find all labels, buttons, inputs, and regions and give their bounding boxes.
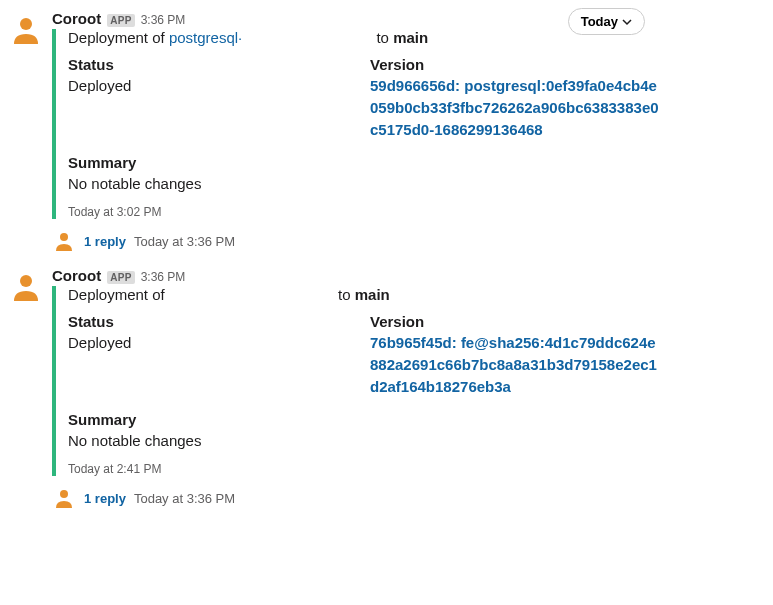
- reply-count-link[interactable]: 1 reply: [84, 491, 126, 506]
- summary-value: No notable changes: [68, 430, 652, 452]
- status-value: Deployed: [68, 75, 358, 97]
- reply-count-link[interactable]: 1 reply: [84, 234, 126, 249]
- status-label: Status: [68, 56, 358, 73]
- summary-label: Summary: [68, 411, 652, 428]
- version-field: Version 76b965f45d: fe@sha256:4d1c79ddc6…: [370, 313, 660, 397]
- app-badge: APP: [107, 271, 134, 284]
- svg-point-1: [20, 18, 32, 30]
- chevron-down-icon: [622, 17, 632, 27]
- attachment-footer-timestamp: Today at 3:02 PM: [68, 205, 652, 219]
- status-value: Deployed: [68, 332, 358, 354]
- avatar: [8, 12, 44, 48]
- title-prefix: Deployment of: [68, 286, 169, 303]
- today-button-label: Today: [581, 14, 618, 29]
- version-label: Version: [370, 56, 660, 73]
- today-jump-button[interactable]: Today: [568, 8, 645, 35]
- version-label: Version: [370, 313, 660, 330]
- summary-value: No notable changes: [68, 173, 652, 195]
- status-field: Status Deployed: [68, 313, 358, 397]
- thread-summary[interactable]: 1 reply Today at 3:36 PM: [52, 225, 757, 263]
- target-branch: main: [355, 286, 390, 303]
- title-prefix: Deployment of: [68, 29, 169, 46]
- avatar: [8, 269, 44, 305]
- status-label: Status: [68, 313, 358, 330]
- sender-name[interactable]: Coroot: [52, 267, 101, 284]
- attachment-footer-timestamp: Today at 2:41 PM: [68, 462, 652, 476]
- message: Coroot APP 3:36 PM Deployment of to main…: [0, 263, 773, 520]
- title-mid: to: [334, 286, 355, 303]
- reply-avatar: [52, 229, 76, 253]
- summary-field: Summary No notable changes: [68, 154, 652, 195]
- version-link[interactable]: 76b965f45d: fe@sha256:4d1c79ddc624e882a2…: [370, 332, 660, 397]
- message-header: Coroot APP 3:36 PM: [52, 10, 757, 27]
- summary-field: Summary No notable changes: [68, 411, 652, 452]
- attachment-title: Deployment of postgresql· to main: [68, 29, 652, 46]
- svg-point-3: [60, 233, 68, 241]
- sender-name[interactable]: Coroot: [52, 10, 101, 27]
- deployment-link[interactable]: postgresql·: [169, 29, 242, 46]
- attachment-title: Deployment of to main: [68, 286, 652, 303]
- thread-timestamp: Today at 3:36 PM: [134, 234, 235, 249]
- thread-timestamp: Today at 3:36 PM: [134, 491, 235, 506]
- summary-label: Summary: [68, 154, 652, 171]
- message-header: Coroot APP 3:36 PM: [52, 267, 757, 284]
- reply-avatar: [52, 486, 76, 510]
- title-mid: to: [372, 29, 393, 46]
- thread-summary[interactable]: 1 reply Today at 3:36 PM: [52, 482, 757, 520]
- message-timestamp[interactable]: 3:36 PM: [141, 13, 186, 27]
- message-timestamp[interactable]: 3:36 PM: [141, 270, 186, 284]
- svg-point-5: [20, 275, 32, 287]
- version-link[interactable]: 59d966656d: postgresql:0ef39fa0e4cb4e059…: [370, 75, 660, 140]
- attachment: Deployment of postgresql· to main Status…: [52, 29, 652, 219]
- message: Coroot APP 3:36 PM Deployment of postgre…: [0, 6, 773, 263]
- target-branch: main: [393, 29, 428, 46]
- version-field: Version 59d966656d: postgresql:0ef39fa0e…: [370, 56, 660, 140]
- svg-point-7: [60, 490, 68, 498]
- attachment: Deployment of to main Status Deployed Ve…: [52, 286, 652, 476]
- app-badge: APP: [107, 14, 134, 27]
- status-field: Status Deployed: [68, 56, 358, 140]
